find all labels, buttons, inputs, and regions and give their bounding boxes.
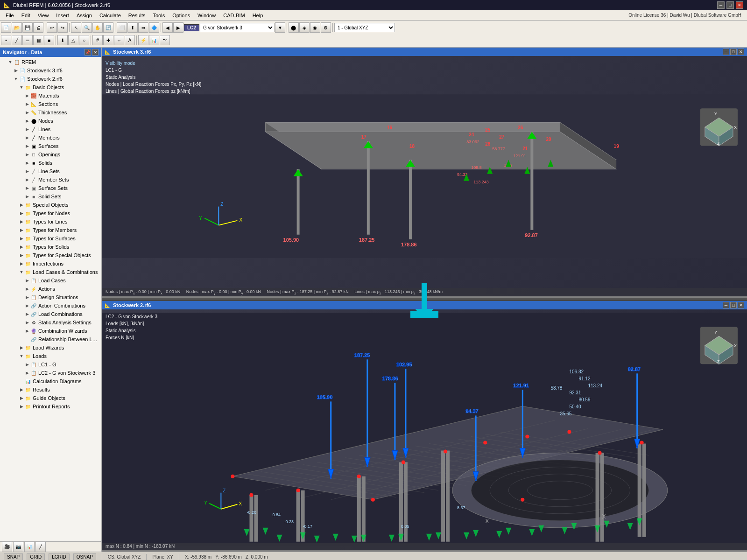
print-button[interactable]: 🖨 (33, 22, 43, 33)
viewport-top-close[interactable]: ✕ (738, 49, 744, 55)
expand-loads[interactable]: ▼ (19, 354, 24, 358)
dimension-btn[interactable]: ↔ (114, 35, 124, 45)
expand-types-special[interactable]: ▶ (19, 253, 24, 258)
view-top-button[interactable]: ⬆ (127, 22, 138, 33)
deform-btn[interactable]: 〜 (160, 35, 170, 45)
expand-types-lines[interactable]: ▶ (19, 219, 24, 224)
view-front-button[interactable]: ➡ (138, 22, 148, 33)
coord-system-selector[interactable]: 1 - Global XYZ (334, 23, 395, 32)
nav-item-types-surfaces[interactable]: ▶ 📁 Types for Surfaces (0, 234, 101, 243)
nav-item-member-sets[interactable]: ▶ ╱ Member Sets (0, 175, 101, 184)
viewport-top-maximize[interactable]: □ (730, 49, 737, 55)
redo-button[interactable]: ↪ (57, 22, 68, 33)
load-btn[interactable]: ⬇ (57, 35, 68, 45)
expand-surface-sets[interactable]: ▶ (24, 186, 30, 190)
viewport-top-canvas[interactable]: Visibility mode LC1 - G Static Analysis … (102, 56, 747, 296)
nav-item-line-sets[interactable]: ▶ ╱ Line Sets (0, 167, 101, 175)
next-lc-button[interactable]: ▶ (173, 22, 183, 33)
nav-item-load-combinations[interactable]: ▶ 🔗 Load Combinations (0, 310, 101, 318)
nav-item-rfem[interactable]: ▼ 📋 RFEM (0, 58, 101, 66)
nav-item-lc2-g-stockwerk3[interactable]: ▶ 📋 LC2 - G von Stockwerk 3 (0, 369, 101, 377)
nav-item-types-special[interactable]: ▶ 📁 Types for Special Objects (0, 251, 101, 259)
support-btn[interactable]: △ (68, 35, 78, 45)
expand-lc1-g[interactable]: ▶ (24, 362, 30, 367)
menu-options[interactable]: Options (169, 12, 194, 19)
surface-btn[interactable]: ▦ (33, 35, 43, 45)
nav-item-solids[interactable]: ▶ ■ Solids (0, 159, 101, 167)
menu-cad-bim[interactable]: CAD-BIM (219, 12, 248, 19)
osnap-button[interactable]: OSNAP (73, 553, 96, 560)
nav-item-static-analysis[interactable]: ▶ ⚙ Static Analysis Settings (0, 318, 101, 327)
expand-types-solids[interactable]: ▶ (19, 245, 24, 249)
menu-view[interactable]: View (34, 12, 53, 19)
nav-item-nodes[interactable]: ▶ ⬤ Nodes (0, 117, 101, 125)
open-button[interactable]: 📂 (12, 22, 22, 33)
grid-button[interactable]: GRID (27, 553, 45, 560)
nav-item-imperfections[interactable]: ▶ 📁 Imperfections (0, 259, 101, 268)
nav-item-types-nodes[interactable]: ▶ 📁 Types for Nodes (0, 209, 101, 217)
menu-window[interactable]: Window (194, 12, 219, 19)
nav-item-printout-reports[interactable]: ▶ 📁 Printout Reports (0, 402, 101, 411)
close-button[interactable]: ✕ (736, 1, 743, 9)
expand-load-cases[interactable]: ▶ (24, 278, 30, 283)
grid-toggle[interactable]: # (92, 35, 103, 45)
maximize-button[interactable]: □ (726, 1, 734, 9)
expand-line-sets[interactable]: ▶ (24, 169, 30, 174)
menu-tools[interactable]: Tools (149, 12, 169, 19)
expand-printout-reports[interactable]: ▶ (19, 404, 24, 409)
expand-member-sets[interactable]: ▶ (24, 177, 30, 182)
expand-special-objects[interactable]: ▶ (19, 203, 24, 207)
new-button[interactable]: 📄 (1, 22, 11, 33)
expand-basic-objects[interactable]: ▼ (19, 85, 24, 90)
nav-btn-1[interactable]: 🎥 (2, 542, 12, 552)
menu-calculate[interactable]: Calculate (96, 12, 125, 19)
expand-load-combinations[interactable]: ▶ (24, 312, 30, 316)
nav-item-members[interactable]: ▶ ╱ Members (0, 133, 101, 142)
member-btn[interactable]: ═ (22, 35, 33, 45)
expand-load-cases-combos[interactable]: ▼ (19, 270, 24, 274)
expand-actions[interactable]: ▶ (24, 287, 30, 291)
expand-types-members[interactable]: ▶ (19, 228, 24, 232)
viewport-top-minimize[interactable]: ─ (723, 49, 729, 55)
nav-item-stockwerk2[interactable]: ▼ 📄 Stockwerk 2.rf6 (0, 75, 101, 83)
expand-solids[interactable]: ▶ (24, 161, 30, 165)
lgrid-button[interactable]: LGRID (49, 553, 70, 560)
render-btn-3[interactable]: ◉ (310, 22, 320, 33)
nav-item-types-lines[interactable]: ▶ 📁 Types for Lines (0, 217, 101, 226)
menu-help[interactable]: Help (249, 12, 267, 19)
expand-action-combinations[interactable]: ▶ (24, 303, 30, 308)
nav-item-load-cases-combos[interactable]: ▼ 📁 Load Cases & Combinations (0, 268, 101, 276)
nav-item-action-combinations[interactable]: ▶ 🔗 Action Combinations (0, 301, 101, 310)
nav-item-loads[interactable]: ▼ 📁 Loads (0, 352, 101, 360)
nav-item-results[interactable]: ▶ 📁 Results (0, 385, 101, 394)
navigator-close-btn[interactable]: ✕ (92, 49, 99, 56)
nav-item-stockwerk3[interactable]: ▶ 📄 Stockwerk 3.rf6 (0, 66, 101, 75)
render-btn-2[interactable]: ◈ (299, 22, 310, 33)
nav-item-calc-diagrams[interactable]: ▶ 📊 Calculation Diagrams (0, 377, 101, 385)
navigator-pin-btn[interactable]: 📌 (85, 49, 91, 56)
nav-item-load-cases[interactable]: ▶ 📋 Load Cases (0, 276, 101, 285)
settings-btn[interactable]: ⚙ (321, 22, 331, 33)
expand-members[interactable]: ▶ (24, 135, 30, 140)
lc-selector[interactable]: G von Stockwerk 3 (200, 23, 275, 32)
nav-item-actions[interactable]: ▶ ⚡ Actions (0, 285, 101, 293)
expand-sections[interactable]: ▶ (24, 102, 30, 106)
expand-static-analysis[interactable]: ▶ (24, 320, 30, 325)
expand-rfem[interactable]: ▼ (7, 60, 13, 64)
expand-design-situations[interactable]: ▶ (24, 295, 30, 300)
nav-item-openings[interactable]: ▶ □ Openings (0, 150, 101, 159)
expand-materials[interactable]: ▶ (24, 93, 30, 98)
node-btn[interactable]: • (1, 35, 11, 45)
expand-imperfections[interactable]: ▶ (19, 261, 24, 266)
view-iso-button[interactable]: 🔷 (149, 22, 159, 33)
zoom-button[interactable]: 🔍 (82, 22, 92, 33)
render-btn-1[interactable]: ⬤ (289, 22, 299, 33)
prev-lc-button[interactable]: ◀ (162, 22, 173, 33)
viewport-bottom-canvas[interactable]: LC2 - G von Stockwerk 3 Loads [kN], [kN/… (102, 309, 747, 550)
menu-insert[interactable]: Insert (52, 12, 73, 19)
select-button[interactable]: ↖ (71, 22, 81, 33)
nav-item-design-situations[interactable]: ▶ 📋 Design Situations (0, 293, 101, 301)
snap-button[interactable]: SNAP (4, 553, 23, 560)
fit-view-button[interactable]: ⬜ (117, 22, 127, 33)
expand-load-wizards[interactable]: ▶ (19, 345, 24, 350)
